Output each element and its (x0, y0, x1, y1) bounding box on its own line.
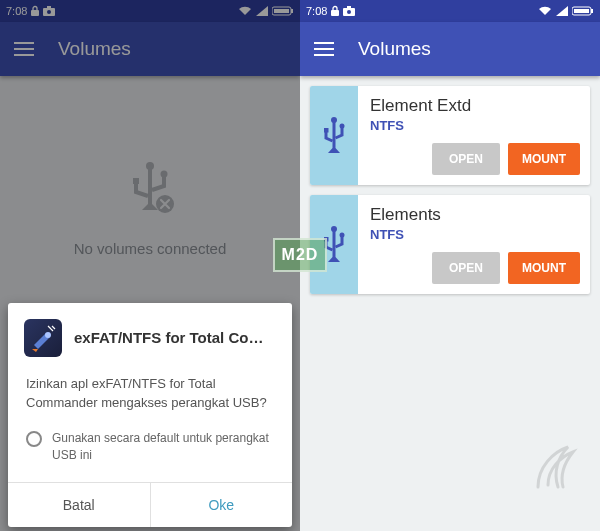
screen-right: 7:08 Volumes (300, 0, 600, 531)
svg-rect-22 (324, 128, 329, 133)
svg-rect-25 (333, 229, 336, 257)
open-button[interactable]: OPEN (432, 143, 500, 175)
svg-rect-18 (591, 9, 593, 13)
watermark: M2D (273, 238, 327, 272)
lock-icon (330, 5, 340, 17)
paragon-logo (528, 437, 588, 501)
dialog-title: exFAT/NTFS for Total Comm… (74, 329, 276, 346)
mount-button[interactable]: MOUNT (508, 143, 580, 175)
volume-name: Elements (370, 205, 580, 225)
open-button[interactable]: OPEN (432, 252, 500, 284)
svg-rect-19 (574, 9, 589, 13)
app-icon (24, 319, 62, 357)
volume-filesystem: NTFS (370, 118, 580, 133)
dialog-message: Izinkan apl exFAT/NTFS for Total Command… (8, 365, 292, 417)
svg-point-27 (340, 232, 345, 237)
volume-filesystem: NTFS (370, 227, 580, 242)
camera-icon (343, 6, 355, 16)
svg-rect-13 (331, 10, 339, 16)
status-bar: 7:08 (300, 0, 600, 22)
svg-point-23 (340, 123, 345, 128)
svg-rect-21 (333, 120, 336, 148)
volume-card: Element Extd NTFS OPEN MOUNT (310, 86, 590, 185)
screen-left: 7:08 Volumes (0, 0, 300, 531)
cancel-button[interactable]: Batal (8, 483, 151, 527)
radio-icon (26, 431, 42, 447)
svg-point-16 (347, 10, 351, 14)
svg-point-12 (45, 332, 51, 338)
battery-icon (572, 6, 594, 16)
signal-icon (556, 6, 568, 16)
ok-button[interactable]: Oke (151, 483, 293, 527)
dialog-default-option[interactable]: Gunakan secara default untuk perangkat U… (8, 416, 292, 474)
volume-name: Element Extd (370, 96, 580, 116)
volume-list: Element Extd NTFS OPEN MOUNT (300, 76, 600, 314)
app-title: Volumes (358, 38, 431, 60)
status-time: 7:08 (306, 5, 327, 17)
mount-button[interactable]: MOUNT (508, 252, 580, 284)
permission-dialog: exFAT/NTFS for Total Comm… Izinkan apl e… (8, 303, 292, 527)
app-bar: Volumes (300, 22, 600, 76)
usb-icon (310, 86, 358, 185)
volume-card: Elements NTFS OPEN MOUNT (310, 195, 590, 294)
dialog-overlay: exFAT/NTFS for Total Comm… Izinkan apl e… (0, 0, 300, 531)
wifi-icon (538, 6, 552, 16)
menu-icon[interactable] (314, 42, 334, 56)
svg-rect-15 (347, 6, 351, 9)
